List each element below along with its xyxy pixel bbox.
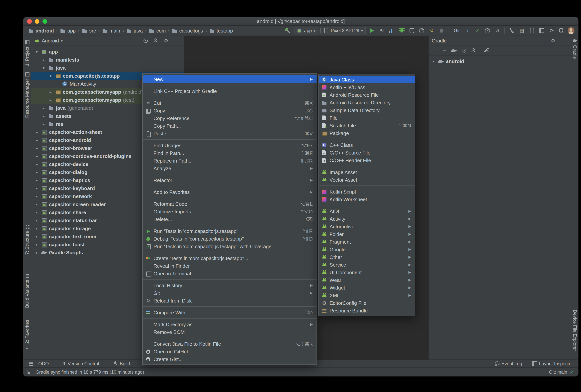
tree-down-arrow-icon[interactable]: ▾ [48, 74, 53, 78]
tree-right-arrow-icon[interactable]: ▸ [34, 202, 40, 207]
tree-right-arrow-icon[interactable]: ▸ [48, 90, 53, 94]
run-config-selector[interactable]: app [293, 27, 318, 34]
toolwindow-toggle-icon[interactable] [27, 369, 32, 375]
menu-item[interactable]: C++ Class [319, 141, 415, 149]
menu-item[interactable]: Refactor▶ [143, 176, 316, 184]
status-message[interactable]: Gradle sync finished in 18 s 779 ms (10 … [36, 369, 144, 375]
menu-item[interactable]: XML▶ [319, 291, 415, 299]
git-branches-button[interactable] [508, 27, 516, 34]
menu-item[interactable]: Replace in Path...⇧⌘R [143, 157, 316, 164]
minimize-window-button[interactable] [35, 19, 40, 23]
titlebar[interactable]: android [~/git/capacitor-testapp/android… [23, 17, 578, 26]
menu-item[interactable]: Git▶ [143, 289, 316, 297]
tree-row[interactable]: ▸manifests [31, 56, 184, 64]
git-branch-widget[interactable]: Git: main [549, 369, 567, 375]
menu-item[interactable]: Reformat Code⌥⌘L [143, 200, 316, 208]
make-project-button[interactable] [284, 27, 292, 34]
menu-item[interactable]: Reload from Disk [143, 297, 316, 304]
gradle-add-button[interactable] [431, 47, 439, 54]
attach-debugger-button[interactable] [428, 27, 436, 34]
menu-item[interactable]: Android Resource Directory [319, 99, 415, 106]
menu-item[interactable]: Run 'Tests in 'com.capacitorjs.testapp''… [143, 227, 316, 235]
gradle-refresh-button[interactable] [450, 47, 458, 54]
apply-changes-button[interactable] [378, 27, 386, 34]
menu-item[interactable]: Open in Terminal [143, 270, 316, 277]
menu-item[interactable]: UI Component▶ [319, 269, 415, 276]
menu-item[interactable]: Create 'Tests in 'com.capacitorjs.testap… [143, 254, 316, 262]
gradle-settings-button[interactable] [549, 37, 557, 44]
menu-item[interactable]: Wear▶ [319, 276, 415, 284]
menu-item[interactable]: Find in Path...⇧⌘F [143, 149, 316, 157]
menu-item[interactable]: Optimize Imports^⌥O [143, 208, 316, 215]
git-history-button[interactable] [484, 27, 492, 34]
tree-right-arrow-icon[interactable]: ▸ [41, 106, 46, 110]
menu-item[interactable]: Local History▶ [143, 282, 316, 289]
menu-item[interactable]: Debug 'Tests in 'com.capacitorjs.testapp… [143, 235, 316, 242]
menu-item[interactable]: Automotive▶ [319, 223, 415, 230]
tree-right-arrow-icon[interactable]: ▸ [34, 170, 40, 174]
menu-item[interactable]: Android Resource File [319, 91, 415, 99]
search-icon[interactable] [558, 27, 566, 34]
git-status-icon[interactable] [570, 369, 574, 375]
collapse-all-button[interactable] [152, 37, 160, 44]
breadcrumb-item[interactable]: capacitorjs [171, 27, 204, 34]
git-update-button[interactable] [464, 27, 472, 34]
gradle-tasks-button[interactable] [483, 47, 491, 54]
menu-item[interactable]: C/C++ Header File [319, 156, 415, 164]
device-selector[interactable]: Pixel 3 API 29 [320, 27, 366, 34]
menu-item[interactable]: Java Class [319, 76, 415, 83]
tree-right-arrow-icon[interactable]: ▸ [34, 186, 40, 190]
menu-item[interactable]: Open on GitHub [143, 348, 316, 355]
menu-item[interactable]: Folder▶ [319, 230, 415, 238]
menu-item[interactable]: Resource Bundle [319, 307, 415, 314]
menu-item[interactable]: Analyze▶ [143, 164, 316, 172]
menu-item[interactable]: Find Usages⌥F7 [143, 141, 316, 149]
sidebar-tab-device-file-explorer[interactable]: Device File Explorer [571, 303, 579, 351]
project-view-selector[interactable]: Android [42, 38, 59, 44]
breadcrumb-item[interactable]: main [101, 27, 121, 34]
menu-item[interactable]: File [319, 114, 415, 122]
close-window-button[interactable] [27, 19, 32, 23]
sdk-manager-button[interactable] [518, 27, 526, 34]
tab-todo[interactable]: TODO [29, 361, 49, 366]
project-settings-button[interactable] [162, 37, 170, 44]
menu-item[interactable]: Run 'Tests in 'com.capacitorjs.testapp''… [143, 242, 316, 250]
tab-build[interactable]: Build [113, 361, 130, 366]
gradle-remove-button[interactable] [440, 47, 448, 54]
profile-button[interactable] [388, 27, 396, 34]
sidebar-tab-favorites[interactable]: 2: Favorites [23, 320, 31, 351]
sidebar-tab-gradle[interactable]: Gradle [571, 37, 579, 59]
menu-item[interactable]: Paste⌘V [143, 130, 316, 137]
menu-item[interactable]: Create Gist... [143, 355, 316, 363]
menu-item[interactable]: Sample Data Directory [319, 106, 415, 114]
sidebar-tab-build-variants[interactable]: Build Variants [23, 273, 31, 308]
menu-item[interactable]: Mark Directory as▶ [143, 321, 316, 328]
breadcrumb-item[interactable]: java [125, 27, 144, 34]
menu-item[interactable]: Add to Favorites▶ [143, 188, 316, 196]
menu-item[interactable]: Kotlin File/Class [319, 83, 415, 91]
tree-right-arrow-icon[interactable]: ▸ [34, 178, 40, 182]
tree-right-arrow-icon[interactable]: ▸ [48, 98, 53, 102]
gradle-collapse-all-button[interactable] [469, 47, 477, 54]
breadcrumb-item[interactable]: src [81, 27, 97, 34]
menu-item[interactable]: Package [319, 129, 415, 137]
menu-item[interactable]: Other▶ [319, 253, 415, 261]
menu-item[interactable]: Kotlin Script [319, 188, 415, 195]
tree-right-arrow-icon[interactable]: ▸ [34, 242, 40, 247]
tree-down-arrow-icon[interactable]: ▾ [41, 66, 46, 70]
tree-row[interactable]: ▾app [31, 48, 184, 56]
tree-right-arrow-icon[interactable]: ▸ [34, 154, 40, 158]
menu-item[interactable]: Reveal in Finder [143, 262, 316, 270]
zoom-window-button[interactable] [42, 19, 47, 23]
menu-item[interactable]: Kotlin Worksheet [319, 195, 415, 203]
view-selector-caret-icon[interactable]: ▾ [61, 39, 63, 43]
tree-row[interactable]: ▾java [31, 64, 184, 72]
menu-item[interactable]: Remove BOM [143, 328, 316, 336]
coverage-button[interactable] [408, 27, 416, 34]
profiler-button[interactable] [418, 27, 426, 34]
locate-file-button[interactable] [141, 37, 150, 44]
tree-right-arrow-icon[interactable]: ▸ [34, 194, 40, 198]
menu-item[interactable]: Scratch File⇧⌘N [319, 122, 415, 129]
menu-item[interactable]: EditorConfig File [319, 299, 415, 307]
tree-right-arrow-icon[interactable]: ▸ [34, 162, 40, 166]
